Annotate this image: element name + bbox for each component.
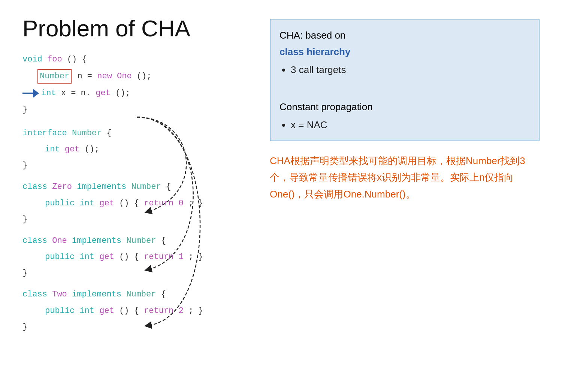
code-line-8: } xyxy=(22,159,255,172)
page-container: Problem of CHA void foo () { Number n = … xyxy=(0,0,562,392)
fn-get-call: get xyxy=(96,88,111,98)
code-line-6: interface Number { xyxy=(22,127,255,140)
cha-prefix: CHA: based on xyxy=(280,27,530,43)
fn-get-two: get xyxy=(99,306,114,316)
code-line-2: Number n = new One (); xyxy=(22,69,255,84)
left-panel: Problem of CHA void foo () { Number n = … xyxy=(22,15,255,377)
fn-get-one: get xyxy=(99,252,114,262)
kw-int: int xyxy=(41,88,56,98)
number-type-box: Number xyxy=(37,69,72,84)
code-line-10: public int get () { return 0 ; } xyxy=(22,197,255,210)
kw-new: new xyxy=(97,72,112,81)
const-prop-label: Constant propagation xyxy=(280,99,530,115)
code-line-11: } xyxy=(22,213,255,226)
Number-ref-two: Number xyxy=(126,290,156,299)
cha-bullets: 3 call targets xyxy=(291,61,530,78)
Number-ref-zero: Number xyxy=(131,182,161,192)
class-One-ref: One xyxy=(117,72,132,81)
const-prop-bullets: x = NAC xyxy=(291,117,530,133)
kw-interface: interface xyxy=(22,129,67,138)
Number-ref-one: Number xyxy=(126,236,156,245)
fn-foo: foo xyxy=(47,55,62,64)
blue-arrow-icon xyxy=(22,88,39,99)
class-hierarchy-label: class hierarchy xyxy=(280,43,530,60)
fn-get-def: get xyxy=(65,145,80,154)
code-line-9: class Zero implements Number { xyxy=(22,180,255,193)
interface-Number: Number xyxy=(72,129,102,138)
class-Two: Two xyxy=(52,290,67,299)
cha-bullet-1: 3 call targets xyxy=(291,61,530,78)
code-line-16: public int get () { return 2 ; } xyxy=(22,304,255,317)
code-line-7: int get (); xyxy=(22,143,255,156)
kw-void: void xyxy=(22,55,42,64)
code-line-1: void foo () { xyxy=(22,53,255,66)
right-panel: CHA: based on class hierarchy 3 call tar… xyxy=(270,15,540,377)
code-line-3: int x = n. get (); xyxy=(22,87,255,100)
page-title: Problem of CHA xyxy=(22,15,255,42)
code-line-15: class Two implements Number { xyxy=(22,288,255,301)
chinese-explanation: CHA根据声明类型来找可能的调用目标，根据Number找到3个，导致常量传播错误… xyxy=(270,153,540,202)
code-line-13: public int get () { return 1 ; } xyxy=(22,250,255,263)
code-line-4: } xyxy=(22,103,255,116)
code-block: void foo () { Number n = new One (); int xyxy=(22,53,255,334)
class-Zero: Zero xyxy=(52,182,72,192)
code-line-17: } xyxy=(22,320,255,334)
info-box: CHA: based on class hierarchy 3 call tar… xyxy=(270,19,540,141)
const-prop-bullet-1: x = NAC xyxy=(291,117,530,133)
class-One: One xyxy=(52,236,67,245)
fn-get-zero: get xyxy=(99,199,114,208)
code-line-12: class One implements Number { xyxy=(22,234,255,247)
code-line-14: } xyxy=(22,266,255,280)
